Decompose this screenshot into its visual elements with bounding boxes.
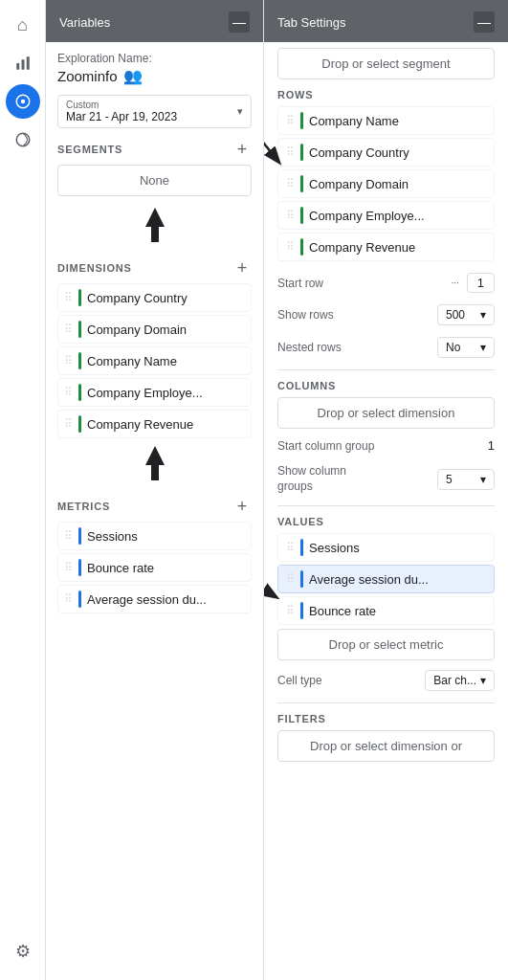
dimensions-add-btn[interactable]: + [232, 258, 252, 278]
svg-point-4 [20, 100, 25, 104]
variables-minimize-btn[interactable]: — [229, 11, 250, 33]
value-item-sessions[interactable]: ⠿ Sessions [277, 533, 495, 562]
chart-icon[interactable] [6, 46, 40, 80]
show-rows-value: 500 [446, 308, 465, 322]
date-badge-content: Custom Mar 21 - Apr 19, 2023 [66, 100, 177, 123]
metric-avg-label: Average session du... [87, 592, 245, 607]
metric-item-bounce[interactable]: ⠿ Bounce rate [57, 553, 252, 582]
row-item-employee[interactable]: ⠿ Company Employe... [277, 201, 495, 230]
nav-bar: ⌂ ⚙ [0, 0, 46, 980]
show-rows-select[interactable]: 500 ▾ [437, 304, 495, 325]
dim-domain-label: Company Domain [87, 323, 245, 337]
tab-settings-minimize-btn[interactable]: — [474, 11, 495, 33]
row-revenue-label: Company Revenue [309, 240, 486, 255]
value-bounce-label: Bounce rate [309, 604, 486, 618]
start-row-dots: ··· [451, 278, 458, 288]
exploration-name-label: Exploration Name: [57, 52, 252, 65]
metric-item-sessions[interactable]: ⠿ Sessions [57, 522, 252, 550]
dimensions-label: DIMENSIONS [57, 262, 132, 274]
value-item-avg-session[interactable]: ⠿ Average session du... [277, 565, 495, 593]
start-row-setting: Start row ··· 1 [277, 269, 495, 297]
dimension-item-country[interactable]: ⠿ Company Country [57, 283, 252, 312]
tab-settings-title: Tab Settings [277, 15, 346, 30]
drag-handle-icon: ⠿ [64, 291, 73, 304]
divider-1 [277, 369, 495, 370]
date-range-picker[interactable]: Custom Mar 21 - Apr 19, 2023 ▾ [57, 95, 252, 128]
dimension-item-revenue[interactable]: ⠿ Company Revenue [57, 410, 252, 438]
row-item-country[interactable]: ⠿ Company Country [277, 138, 495, 167]
drag-handle-icon: ⠿ [64, 592, 73, 606]
start-col-group-value: 1 [488, 438, 495, 453]
main-content: Variables — Exploration Name: Zoominfo 👥… [46, 0, 508, 980]
row-item-revenue[interactable]: ⠿ Company Revenue [277, 233, 495, 261]
explore-icon[interactable] [6, 84, 40, 119]
svg-rect-0 [16, 63, 19, 70]
metric-drop-zone[interactable]: Drop or select metric [277, 629, 495, 660]
filter-drop-zone[interactable]: Drop or select dimension or [277, 730, 495, 762]
row-country-label: Company Country [309, 145, 486, 160]
tab-settings-body: Drop or select segment ROWS ⠿ Company Na… [264, 42, 508, 980]
tab-settings-header: Tab Settings — [264, 0, 508, 42]
nested-rows-label: Nested rows [277, 341, 342, 354]
blue-indicator [300, 570, 303, 588]
green-indicator [300, 175, 303, 192]
metric-bounce-label: Bounce rate [87, 561, 245, 575]
dimension-item-domain[interactable]: ⠿ Company Domain [57, 315, 252, 344]
start-row-value-area: ··· 1 [451, 273, 495, 293]
dimension-item-employee[interactable]: ⠿ Company Employe... [57, 378, 252, 407]
nested-rows-select[interactable]: No ▾ [437, 337, 495, 358]
green-indicator [78, 321, 81, 338]
values-section-title: VALUES [277, 516, 495, 527]
segments-icon[interactable] [6, 122, 40, 157]
settings-icon[interactable]: ⚙ [6, 934, 40, 969]
green-indicator [300, 207, 303, 224]
dim-revenue-label: Company Revenue [87, 417, 245, 432]
variables-panel: Variables — Exploration Name: Zoominfo 👥… [46, 0, 264, 980]
row-employee-label: Company Employe... [309, 209, 486, 223]
metrics-add-btn[interactable]: + [232, 497, 252, 516]
column-drop-zone[interactable]: Drop or select dimension [277, 397, 495, 429]
nested-rows-setting: Nested rows No ▾ [277, 333, 495, 362]
show-col-groups-value: 5 [446, 473, 453, 486]
drag-handle-icon: ⠿ [286, 541, 295, 554]
green-indicator [78, 415, 81, 433]
drag-handle-icon: ⠿ [64, 417, 73, 431]
segments-none[interactable]: None [57, 165, 252, 196]
dim-name-label: Company Name [87, 354, 245, 368]
cell-type-select[interactable]: Bar ch... ▾ [425, 670, 495, 691]
drag-handle-icon: ⠿ [64, 529, 73, 543]
blue-indicator [300, 539, 303, 556]
home-icon[interactable]: ⌂ [6, 8, 40, 42]
blue-indicator [78, 527, 81, 545]
green-indicator [78, 289, 81, 306]
show-col-groups-chevron-icon: ▾ [480, 473, 486, 486]
drag-handle-icon: ⠿ [286, 604, 295, 617]
segment-drop-zone[interactable]: Drop or select segment [277, 48, 495, 79]
variables-body: Exploration Name: Zoominfo 👥 Custom Mar … [46, 42, 263, 980]
value-item-bounce[interactable]: ⠿ Bounce rate [277, 596, 495, 625]
metric-item-avg-session[interactable]: ⠿ Average session du... [57, 585, 252, 613]
row-item-domain[interactable]: ⠿ Company Domain [277, 169, 495, 198]
date-chevron-icon: ▾ [237, 105, 243, 118]
values-list: ⠿ Sessions ⠿ Average session du... [277, 533, 495, 625]
start-row-number[interactable]: 1 [467, 273, 495, 293]
segments-add-btn[interactable]: + [232, 140, 252, 159]
drag-handle-icon: ⠿ [64, 386, 73, 399]
value-avg-label: Average session du... [309, 572, 486, 587]
show-col-groups-select[interactable]: 5 ▾ [437, 469, 495, 490]
divider-3 [277, 702, 495, 703]
start-col-group-label: Start column group [277, 439, 374, 453]
drag-handle-icon: ⠿ [64, 354, 73, 368]
dimension-item-name[interactable]: ⠿ Company Name [57, 346, 252, 375]
custom-label: Custom [66, 100, 177, 110]
green-indicator [78, 352, 81, 369]
show-col-groups-setting: Show columngroups 5 ▾ [277, 460, 495, 498]
metric-sessions-label: Sessions [87, 529, 245, 544]
metrics-section-header: METRICS + [57, 497, 252, 516]
drag-handle-icon: ⠿ [286, 209, 295, 222]
blue-indicator [300, 602, 303, 619]
row-item-name[interactable]: ⠿ Company Name [277, 106, 495, 135]
row-name-label: Company Name [309, 114, 486, 128]
segments-section-header: SEGMENTS + [57, 140, 252, 159]
svg-rect-1 [21, 59, 24, 70]
